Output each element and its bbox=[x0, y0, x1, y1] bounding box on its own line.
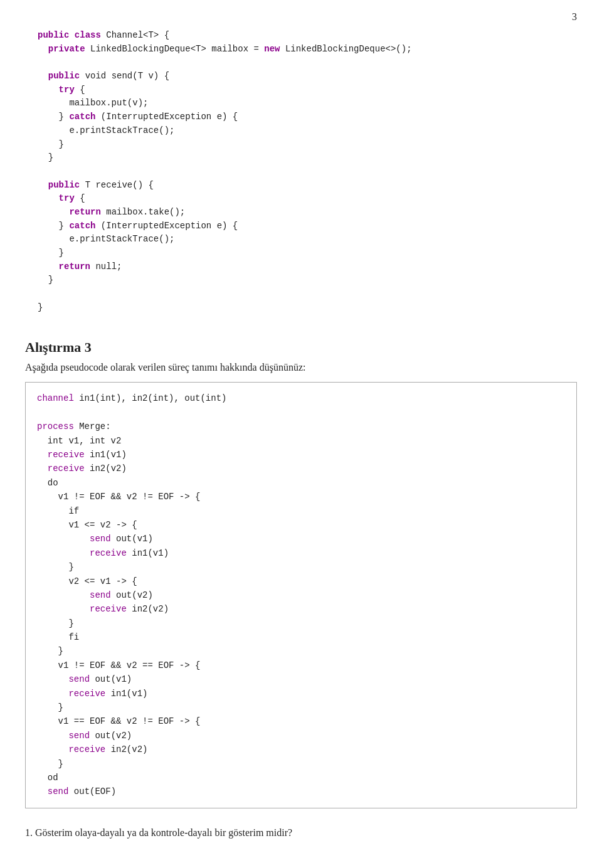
kw: catch bbox=[69, 112, 95, 122]
java-code-block: public class Channel<T> { private Linked… bbox=[25, 19, 577, 324]
kw: new bbox=[264, 44, 280, 54]
pseudocode-box: channel in1(int), in2(int), out(int) pro… bbox=[25, 382, 577, 808]
kw: try bbox=[59, 85, 75, 95]
page-number: 3 bbox=[572, 11, 577, 23]
question-number: 1. bbox=[25, 827, 35, 838]
kw: public bbox=[38, 30, 69, 40]
kw: try bbox=[59, 193, 75, 203]
kw: return bbox=[69, 207, 100, 217]
questions-list: 1. Gösterim olaya-dayalı ya da kontrole-… bbox=[25, 827, 577, 839]
kw: catch bbox=[69, 221, 95, 231]
section-subtitle: Aşağıda pseudocode olarak verilen süreç … bbox=[25, 362, 577, 373]
kw: public bbox=[48, 180, 80, 190]
kw: return bbox=[59, 262, 90, 272]
kw: private bbox=[48, 44, 85, 54]
question-item-1: 1. Gösterim olaya-dayalı ya da kontrole-… bbox=[25, 827, 577, 839]
section-title: Alıştırma 3 bbox=[25, 339, 577, 356]
question-text: Gösterim olaya-dayalı ya da kontrole-day… bbox=[35, 827, 292, 838]
kw: public bbox=[48, 71, 80, 81]
kw: class bbox=[75, 30, 101, 40]
